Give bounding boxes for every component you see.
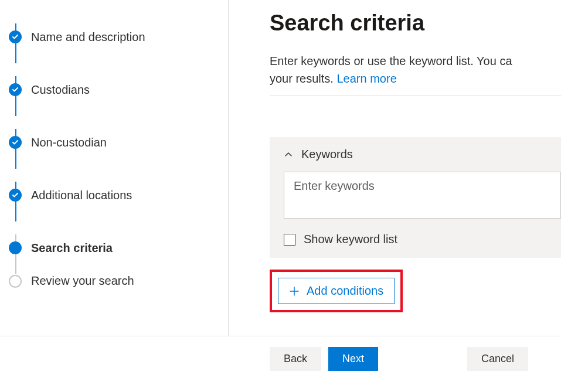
- show-keyword-list-label: Show keyword list: [304, 233, 397, 246]
- step-search-criteria[interactable]: Search criteria: [9, 221, 228, 274]
- back-button[interactable]: Back: [270, 347, 321, 371]
- keywords-toggle[interactable]: Keywords: [270, 137, 561, 172]
- chevron-up-icon: [284, 150, 293, 159]
- check-icon: [9, 83, 22, 96]
- step-name-description[interactable]: Name and description: [9, 11, 228, 63]
- show-keyword-list-row: Show keyword list: [270, 221, 561, 258]
- wizard-sidebar: Name and description Custodians Non-cust…: [0, 0, 229, 336]
- pending-step-icon: [9, 275, 22, 288]
- step-list: Name and description Custodians Non-cust…: [9, 11, 228, 288]
- step-review-search[interactable]: Review your search: [9, 274, 228, 288]
- learn-more-link[interactable]: Learn more: [336, 72, 396, 85]
- add-conditions-button[interactable]: Add conditions: [278, 278, 395, 304]
- step-additional-locations[interactable]: Additional locations: [9, 169, 228, 221]
- step-label: Custodians: [31, 83, 90, 97]
- page-description: Enter keywords or use the keyword list. …: [270, 52, 561, 87]
- check-icon: [9, 136, 22, 149]
- next-button[interactable]: Next: [328, 347, 378, 371]
- step-label: Search criteria: [31, 241, 113, 255]
- step-label: Review your search: [31, 274, 134, 288]
- show-keyword-list-checkbox[interactable]: [284, 234, 295, 246]
- keywords-input[interactable]: [284, 172, 561, 219]
- add-conditions-label: Add conditions: [307, 284, 383, 298]
- step-label: Non-custodian: [31, 136, 107, 149]
- page-title: Search criteria: [270, 11, 561, 36]
- add-conditions-highlight: Add conditions: [270, 270, 403, 312]
- cancel-button[interactable]: Cancel: [467, 347, 528, 371]
- keywords-panel: Keywords Show keyword list: [270, 137, 561, 258]
- divider: [270, 96, 561, 96]
- current-step-icon: [9, 241, 22, 254]
- step-label: Additional locations: [31, 189, 132, 202]
- step-label: Name and description: [31, 30, 145, 44]
- step-non-custodian[interactable]: Non-custodian: [9, 116, 228, 169]
- check-icon: [9, 189, 22, 202]
- check-icon: [9, 30, 22, 43]
- wizard-footer: Back Next Cancel: [0, 336, 561, 371]
- main-content: Search criteria Enter keywords or use th…: [229, 0, 561, 336]
- keywords-title: Keywords: [301, 148, 353, 161]
- plus-icon: [289, 286, 300, 296]
- step-custodians[interactable]: Custodians: [9, 63, 228, 116]
